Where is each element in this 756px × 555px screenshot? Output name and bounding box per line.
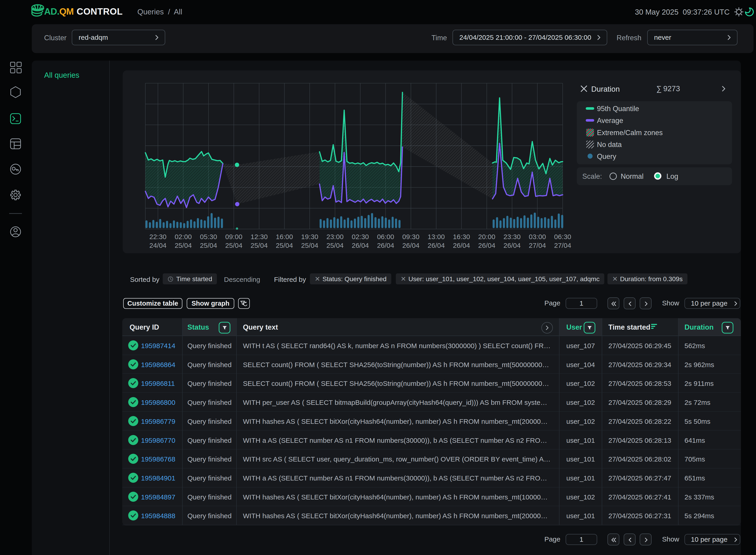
svg-text:06:30: 06:30 [554, 233, 571, 241]
svg-text:13:00: 13:00 [428, 233, 445, 241]
svg-text:02:00: 02:00 [175, 233, 192, 241]
svg-text:25/04: 25/04 [225, 242, 242, 249]
svg-text:26/04: 26/04 [478, 242, 495, 249]
svg-text:26/04: 26/04 [352, 242, 369, 249]
svg-text:25/04: 25/04 [251, 242, 268, 249]
svg-text:12:30: 12:30 [251, 233, 268, 241]
svg-text:27/04: 27/04 [554, 242, 571, 249]
svg-text:26/04: 26/04 [377, 242, 394, 249]
svg-text:23:30: 23:30 [503, 233, 521, 241]
svg-text:23:00: 23:00 [326, 233, 344, 241]
svg-text:25/04: 25/04 [200, 242, 217, 249]
svg-text:19:30: 19:30 [301, 233, 318, 241]
svg-text:22:30: 22:30 [149, 233, 166, 241]
svg-text:03:00: 03:00 [529, 233, 546, 241]
svg-text:16:00: 16:00 [276, 233, 293, 241]
svg-text:25/04: 25/04 [301, 242, 318, 249]
svg-text:16:30: 16:30 [453, 233, 470, 241]
svg-text:27/04: 27/04 [529, 242, 546, 249]
svg-text:26/04: 26/04 [453, 242, 470, 249]
svg-text:09:30: 09:30 [402, 233, 419, 241]
svg-text:25/04: 25/04 [175, 242, 192, 249]
svg-text:06:00: 06:00 [377, 233, 394, 241]
svg-text:26/04: 26/04 [402, 242, 419, 249]
svg-text:26/04: 26/04 [428, 242, 445, 249]
svg-text:26/04: 26/04 [503, 242, 521, 249]
svg-text:09:00: 09:00 [225, 233, 242, 241]
svg-text:02:30: 02:30 [352, 233, 369, 241]
svg-text:24/04: 24/04 [149, 242, 166, 249]
svg-text:25/04: 25/04 [326, 242, 344, 249]
svg-text:20:00: 20:00 [478, 233, 495, 241]
svg-text:05:30: 05:30 [200, 233, 217, 241]
svg-text:25/04: 25/04 [276, 242, 293, 249]
